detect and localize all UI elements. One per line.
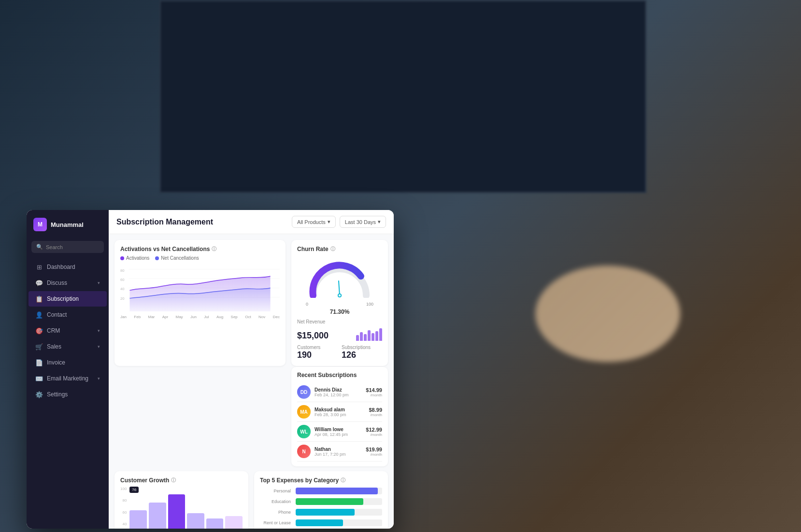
sidebar-item-contact[interactable]: 👤 Contact xyxy=(29,307,107,322)
subscriptions-metric: Subscriptions 126 xyxy=(342,345,382,360)
horiz-bar-item-rent: Rent or Lease xyxy=(260,519,382,526)
svg-text:60: 60 xyxy=(120,278,125,282)
ui-window: M Munammal 🔍 Search ⊞ Dashboard 💬 Discus… xyxy=(27,210,394,529)
mini-bar xyxy=(368,330,371,341)
sidebar-item-discuss[interactable]: 💬 Discuss ▾ xyxy=(29,275,107,291)
sidebar-item-dashboard[interactable]: ⊞ Dashboard xyxy=(29,259,107,275)
charts-grid: Activations vs Net Cancellations ⓘ Activ… xyxy=(109,234,394,372)
horiz-bar-item-personal: Personal xyxy=(260,488,382,494)
subscriber-price-block: $12.99 /month xyxy=(366,427,382,437)
subscriber-avatar: MA xyxy=(297,405,311,419)
line-chart-svg: 80 60 40 20 xyxy=(120,265,280,311)
filter-products-button[interactable]: All Products ▾ xyxy=(292,216,336,228)
mini-bar xyxy=(379,328,382,341)
subscriber-info: Maksud alam Feb 28, 3:00 pm xyxy=(315,407,365,417)
mini-bar xyxy=(375,331,378,341)
horiz-bar-track xyxy=(296,509,382,516)
info-icon: ⓘ xyxy=(341,477,345,484)
subscriber-price-block: $14.99 /month xyxy=(366,387,382,397)
search-placeholder: Search xyxy=(46,244,63,250)
net-revenue-row: Net Revenue $15,000 xyxy=(297,319,382,341)
bar xyxy=(149,503,166,529)
bar-chart-with-yaxis: 10080604020 76 Jan xyxy=(120,487,243,529)
app-name: Munammal xyxy=(51,221,84,228)
horiz-bar-fill xyxy=(296,498,363,505)
recent-subscriptions-title: Recent Subscriptions xyxy=(297,372,382,378)
mini-bar xyxy=(372,333,374,341)
app-logo-icon: M xyxy=(33,218,47,231)
horiz-bar-label: Rent or Lease xyxy=(260,520,294,525)
horiz-bar-label: Phone xyxy=(260,510,294,515)
svg-point-10 xyxy=(338,294,341,297)
sidebar-item-sales[interactable]: 🛒 Sales ▾ xyxy=(29,339,107,354)
bar-chart-area: 76 Jan Feb xyxy=(129,487,243,529)
filter-period-button[interactable]: Last 30 Days ▾ xyxy=(340,216,386,228)
customers-value: 190 xyxy=(297,350,338,360)
horiz-bar-item-phone: Phone xyxy=(260,509,382,516)
sidebar-logo: M Munammal xyxy=(27,210,109,239)
net-revenue-value: $15,000 xyxy=(297,331,329,341)
subscriber-avatar: N xyxy=(297,445,311,458)
info-icon: ⓘ xyxy=(212,246,216,252)
horiz-bar-label: Education xyxy=(260,499,294,504)
info-icon: ⓘ xyxy=(330,246,335,252)
sidebar-item-label: Invoice xyxy=(47,359,65,366)
subscriber-date: Apr 08, 12:45 pm xyxy=(315,432,362,437)
subscriber-price: $12.99 xyxy=(366,427,382,433)
sidebar-item-email-marketing[interactable]: ✉️ Email Marketing ▾ xyxy=(29,371,107,386)
gauge-svg xyxy=(306,259,373,298)
page-title: Subscription Management xyxy=(116,218,213,226)
sidebar-item-settings[interactable]: ⚙️ Settings xyxy=(29,387,107,402)
subscriber-date: Jun 17, 7:20 pm xyxy=(315,452,362,457)
subscription-item: DD Dennis Diaz Feb 24, 12:00 pm $14.99 /… xyxy=(297,382,382,402)
legend-dot-cancellations xyxy=(155,256,159,260)
chevron-down-icon: ▾ xyxy=(98,328,100,333)
legend-cancellations: Net Cancellations xyxy=(155,255,199,261)
line-chart-x-labels: JanFebMarAprMay JunJulAugSepOct NovDec xyxy=(120,315,280,319)
bar-group: Feb xyxy=(149,503,166,529)
sidebar-item-crm[interactable]: 🎯 CRM ▾ xyxy=(29,323,107,338)
search-bar[interactable]: 🔍 Search xyxy=(31,241,104,253)
main-content: Subscription Management All Products ▾ L… xyxy=(109,210,394,529)
gauge-value: 71.30% xyxy=(330,308,350,315)
chevron-down-icon: ▾ xyxy=(98,376,100,381)
chevron-down-icon: ▾ xyxy=(378,219,381,225)
line-chart-legend: Activations Net Cancellations xyxy=(120,255,280,261)
bar-group: Jan xyxy=(129,510,147,529)
mini-bar xyxy=(356,335,359,341)
bar xyxy=(129,510,147,529)
bar-chart-main: 76 Jan Feb xyxy=(129,487,243,529)
sidebar: M Munammal 🔍 Search ⊞ Dashboard 💬 Discus… xyxy=(27,210,109,529)
bar-group: May xyxy=(206,518,224,529)
header-filters: All Products ▾ Last 30 Days ▾ xyxy=(292,216,386,228)
gauge-labels: 0 100 xyxy=(306,302,373,307)
subscription-item: WL William lowe Apr 08, 12:45 pm $12.99 … xyxy=(297,422,382,442)
subscriber-avatar: DD xyxy=(297,385,311,399)
subscriber-price: $14.99 xyxy=(366,387,382,393)
gauge-container: 0 100 71.30% xyxy=(297,255,382,315)
subscriber-info: Dennis Diaz Feb 24, 12:00 pm xyxy=(315,387,362,397)
chevron-down-icon: ▾ xyxy=(98,280,100,285)
recent-subscriptions-section: Recent Subscriptions DD Dennis Diaz Feb … xyxy=(109,372,394,466)
mini-bar xyxy=(360,332,363,341)
svg-text:20: 20 xyxy=(120,296,125,301)
customer-growth-card: Customer Growth ⓘ 10080604020 76 xyxy=(114,471,248,529)
subscriber-name: Maksud alam xyxy=(315,407,365,412)
subscriber-name: William lowe xyxy=(315,427,362,432)
customers-metric: Customers 190 xyxy=(297,345,338,360)
svg-text:40: 40 xyxy=(120,287,125,291)
horiz-bar-track xyxy=(296,519,382,526)
chevron-down-icon: ▾ xyxy=(328,219,330,225)
horiz-bar-fill xyxy=(296,519,343,526)
subscription-icon: 📋 xyxy=(35,295,43,303)
sidebar-item-invoice[interactable]: 📄 Invoice xyxy=(29,355,107,370)
line-chart-area: 80 60 40 20 xyxy=(120,265,280,313)
discuss-icon: 💬 xyxy=(35,279,43,287)
sidebar-item-subscription[interactable]: 📋 Subscription xyxy=(29,291,107,307)
dashboard-icon: ⊞ xyxy=(35,263,43,271)
mini-bars xyxy=(356,326,382,341)
search-icon: 🔍 xyxy=(36,244,43,250)
horiz-bar-track xyxy=(296,488,382,494)
gauge-wrapper xyxy=(306,259,373,298)
subscriber-period: /month xyxy=(366,393,382,397)
